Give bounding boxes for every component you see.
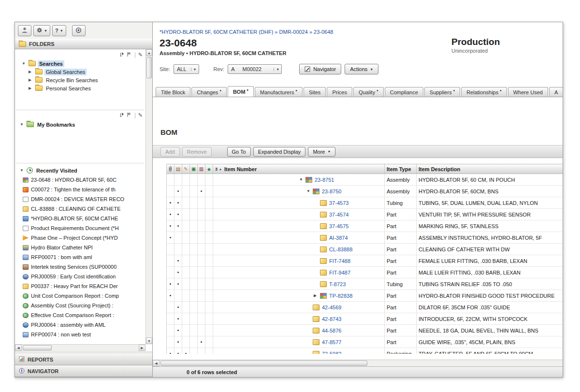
go-to-button[interactable]: Go To (227, 147, 251, 157)
recent-item[interactable]: DMR-00024 : DEVICE MASTER RECO (15, 194, 145, 204)
scrollbar-thumb[interactable] (160, 361, 367, 366)
sidebar-item-my-bookmarks[interactable]: ▼ My Bookmarks (15, 120, 145, 129)
collapse-icon[interactable]: ▼ (20, 168, 25, 173)
collapse-icon[interactable]: ▼ (22, 61, 27, 66)
recent-item[interactable]: PRJ00059 : Early Cost identification (15, 272, 145, 281)
relationships-icon[interactable]: ◆ (205, 164, 213, 174)
exit-button[interactable] (72, 25, 86, 36)
collapse-icon[interactable]: ▼ (299, 177, 305, 182)
compliance-icon[interactable]: ▥ (198, 164, 205, 174)
column-header-item-description[interactable]: Item Description (417, 164, 563, 174)
site-select[interactable]: ALL ▼ (174, 64, 199, 74)
recent-item[interactable]: Hydro Blator Catheter NPI (15, 243, 145, 252)
organize-icon[interactable] (119, 52, 125, 58)
bom-row-T-8723[interactable]: ••T-8723TubingTUBING STRAIN RELIEF .035 … (167, 278, 563, 290)
item-number-link[interactable]: FIT-7488 (329, 258, 350, 264)
recent-item[interactable]: C00072 : Tighten the tolerance of th (15, 185, 145, 194)
tree-vertical-scrollbar[interactable]: ▲ ▼ (145, 49, 152, 344)
item-number-link[interactable]: 23-8751 (315, 177, 334, 183)
attachment-icon[interactable] (167, 164, 174, 174)
bom-row-72-5982[interactable]: •••72-5982PackagingTRAY, CATHETER, 5F AN… (167, 348, 563, 354)
item-number-link[interactable]: 23-8750 (322, 189, 341, 194)
item-number-link[interactable]: 72-5982 (322, 351, 341, 354)
item-number-link[interactable]: 42-4569 (322, 305, 341, 310)
collapse-icon[interactable]: ▼ (20, 122, 25, 127)
navigator-button[interactable]: Navigator (299, 64, 341, 74)
tab-bom[interactable]: BOM• (228, 86, 254, 97)
expand-icon[interactable]: ▶ (29, 86, 33, 90)
scroll-right-icon[interactable]: ▶ (139, 345, 145, 351)
bom-row-42-4569[interactable]: •42-4569PartDILATOR 6F, 35CM FOR .035" G… (167, 302, 563, 313)
bom-row-37-4575[interactable]: ••37-4575PartMARKING RING, 5F, STAINLESS (167, 220, 563, 232)
item-number-link[interactable]: AI-3874 (329, 235, 348, 241)
item-number-link[interactable]: 42-8743 (322, 316, 341, 322)
help-button[interactable]: ? ▼ (52, 25, 66, 36)
sidebar-item-reports[interactable]: REPORTS (15, 354, 152, 365)
add-button[interactable]: Add (160, 147, 180, 157)
bom-row-FIT-7488[interactable]: •FIT-7488PartFEMALE LUER FITTING, .030 B… (167, 255, 563, 267)
folders-header[interactable]: FOLDERS (15, 39, 152, 49)
recent-item[interactable]: Phase One – Project Concept (*HYD (15, 233, 145, 243)
tab-where-used[interactable]: Where Used (508, 87, 548, 97)
tab-manufacturers[interactable]: Manufacturers• (255, 87, 303, 97)
scroll-up-icon[interactable]: ▲ (146, 49, 152, 56)
bom-row-AI-3874[interactable]: •AI-3874PartASSEMBLY INSTRUCTIONS, HYDRO… (167, 232, 563, 244)
tab-relationships[interactable]: Relationships• (461, 87, 507, 97)
column-header-item-type[interactable]: Item Type (385, 164, 417, 174)
recent-item[interactable]: Assembly Cost (Sourcing Project) : (15, 301, 145, 310)
quality-icon[interactable]: ▣ (190, 164, 198, 174)
expand-icon[interactable]: ▶ (314, 293, 320, 298)
recent-item[interactable]: CL-83888 : CLEANING OF CATHETE (15, 204, 145, 214)
more-button[interactable]: More ▼ (308, 147, 335, 157)
bom-row-44-5876[interactable]: •44-5876PartNEEDLE, 18 GA, DUAL BEVEL, T… (167, 325, 563, 336)
recent-item[interactable]: Effective Cost Comparison Report : (15, 310, 145, 320)
scrollbar-thumb[interactable] (146, 57, 152, 78)
recent-item[interactable]: Product Requirements Document (*H (15, 223, 145, 233)
recent-item[interactable]: 23-0648 : HYDRO-BLATOR 5F, 60C (15, 175, 145, 185)
recent-item[interactable]: Unit Cost Comparison Report : Comp (15, 291, 145, 301)
expand-icon[interactable]: ▶ (29, 70, 33, 74)
scroll-left-icon[interactable]: ◀ (15, 345, 22, 351)
actions-button[interactable]: Actions ▼ (345, 64, 378, 74)
item-number-link[interactable]: 37-4574 (329, 212, 348, 218)
item-number-link[interactable]: 37-4575 (329, 223, 348, 229)
remove-button[interactable]: Remove (182, 147, 212, 157)
bom-row-42-8743[interactable]: •42-8743PartINTRODUCER, 6F, 22CM, WITH S… (167, 313, 563, 325)
bom-row-47-8577[interactable]: ••47-8577PartGUIDE WIRE, .035", 45CM, PL… (167, 336, 563, 348)
tab-title-block[interactable]: Title Block (156, 87, 190, 97)
recent-item[interactable]: *HYDRO-BLATOR 5F, 60CM CATHE (15, 214, 145, 223)
column-header-item-number[interactable]: 3 ▲ Item Number (213, 164, 385, 174)
user-button[interactable] (18, 25, 31, 36)
recent-item[interactable]: RFP00071 : bom with aml (15, 252, 145, 262)
sidebar-item-personal-searches[interactable]: ▶ Personal Searches (15, 84, 145, 92)
item-number-link[interactable]: 44-5876 (322, 328, 341, 334)
bom-row-23-8751[interactable]: ▼23-8751AssemblyHYDRO-BLATOR 5F, 60 CM, … (167, 174, 563, 186)
bom-row-37-4574[interactable]: ••37-4574PartVENTURI TIP, 5F, WITH PRESS… (167, 209, 563, 220)
organize-icon[interactable] (119, 112, 125, 118)
bom-row-FIT-9487[interactable]: •FIT-9487PartMALE LUER FITTING, .030 BAR… (167, 267, 563, 278)
scroll-down-icon[interactable]: ▼ (146, 337, 152, 344)
breadcrumb-link[interactable]: *HYDRO-BLATOR 5F, 60CM CATHETER (DHF) (160, 29, 273, 35)
sidebar-item-navigator[interactable]: NAVIGATOR (15, 365, 152, 377)
tab-suppliers[interactable]: Suppliers• (424, 87, 460, 97)
tab-a[interactable]: A (549, 87, 563, 97)
item-number-link[interactable]: FIT-9487 (329, 270, 350, 276)
item-number-link[interactable]: CL-83888 (329, 247, 352, 252)
tab-quality[interactable]: Quality• (353, 87, 384, 97)
tree-horizontal-scrollbar[interactable]: ◀ ▶ (15, 344, 145, 351)
tab-sites[interactable]: Sites (304, 87, 326, 97)
item-number-link[interactable]: 37-4573 (329, 200, 348, 206)
item-number-link[interactable]: TP-82838 (329, 293, 352, 299)
bom-row-CL-83888[interactable]: CL-83888PartCLEANING OF CATHETER WITH DW (167, 244, 563, 255)
tab-prices[interactable]: Prices (327, 87, 352, 97)
bom-row-37-4573[interactable]: ••37-4573TubingTUBING, 5F, DUAL LUMEN, D… (167, 197, 563, 209)
edit-icon[interactable]: ✎ (138, 113, 143, 118)
item-number-link[interactable]: 47-8577 (322, 339, 341, 345)
collapse-icon[interactable]: ▼ (306, 189, 313, 193)
changes-icon[interactable]: ✎ (182, 164, 190, 174)
sidebar-item-recycle-bin-searches[interactable]: ▶ Recycle Bin Searches (15, 76, 145, 84)
recent-item[interactable]: PRJ00064 : assembly with AML (15, 320, 145, 330)
sidebar-item-global-searches[interactable]: ▶ Global Searches (15, 68, 145, 76)
scroll-left-icon[interactable]: ◀ (153, 360, 160, 366)
breadcrumb-link[interactable]: 23-0648 (314, 29, 333, 35)
